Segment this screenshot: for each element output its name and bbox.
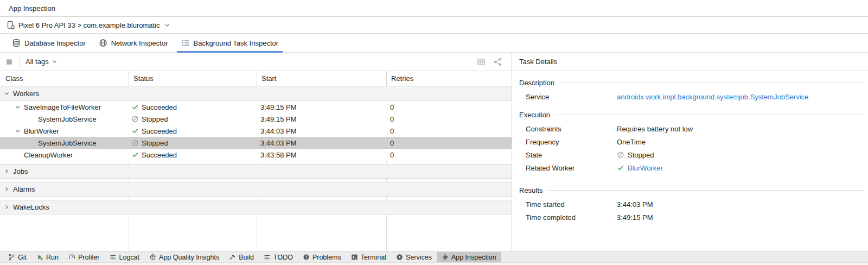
chevron-down-icon xyxy=(15,129,20,134)
column-header-retries[interactable]: Retries xyxy=(386,71,512,86)
worker-class: SystemJobService xyxy=(38,115,97,123)
status-text: Stopped xyxy=(142,115,168,123)
table-row-selected[interactable]: SystemJobService Stopped 3:44:03 PM 0 xyxy=(0,137,512,149)
database-icon xyxy=(12,39,21,47)
tool-window-titlebar: App Inspection xyxy=(0,0,868,17)
start-time: 3:44:03 PM xyxy=(257,139,386,147)
tab-label: Background Task Inspector xyxy=(194,39,279,47)
terminal-icon xyxy=(351,254,358,261)
column-header-start[interactable]: Start xyxy=(257,71,386,86)
succeeded-check-icon xyxy=(617,164,624,172)
detail-label: Elapsed time xyxy=(526,229,617,229)
toolbar-item-logcat[interactable]: Logcat xyxy=(105,252,145,262)
group-row-wakelocks[interactable]: WakeLocks xyxy=(0,200,512,214)
toolbar-item-todo[interactable]: TODO xyxy=(259,252,298,262)
stopped-slash-icon xyxy=(131,139,139,147)
services-play-icon xyxy=(396,254,403,261)
worker-class: SystemJobService xyxy=(38,139,97,147)
graph-view-icon[interactable] xyxy=(493,58,502,66)
column-header-status[interactable]: Status xyxy=(129,71,257,86)
section-rule xyxy=(548,190,864,191)
retries-count: 0 xyxy=(386,103,512,111)
group-row-alarms[interactable]: Alarms xyxy=(0,182,512,197)
device-icon xyxy=(7,21,15,29)
table-view-icon[interactable] xyxy=(477,58,486,66)
stopped-slash-icon xyxy=(131,115,139,123)
toolbar-item-terminal[interactable]: Terminal xyxy=(346,252,391,262)
toolbar-item-build[interactable]: Build xyxy=(224,252,259,262)
gem-icon xyxy=(149,254,156,261)
toolbar-item-run[interactable]: Run xyxy=(31,252,63,262)
task-details-header: Task Details xyxy=(512,53,868,71)
related-worker-link[interactable]: BlurWorker xyxy=(628,164,663,172)
hammer-icon xyxy=(229,254,236,261)
succeeded-check-icon xyxy=(131,127,139,135)
chevron-right-icon xyxy=(4,169,9,174)
all-tags-dropdown[interactable]: All tags xyxy=(25,58,57,66)
start-time: 3:49:15 PM xyxy=(257,115,386,123)
stop-inspector-icon[interactable] xyxy=(5,58,13,66)
succeeded-check-icon xyxy=(131,151,139,159)
toolbar-item-services[interactable]: Services xyxy=(391,252,437,262)
group-label: Jobs xyxy=(13,167,28,175)
group-row-jobs[interactable]: Jobs xyxy=(0,164,512,179)
table-row[interactable]: SystemJobService Stopped 3:49:15 PM 0 xyxy=(0,113,512,125)
toolbar-item-profiler[interactable]: Profiler xyxy=(63,252,105,262)
chevron-down-icon xyxy=(165,23,170,28)
table-rows-area: Workers SaveImageToFileWorker Succeeded … xyxy=(0,86,512,251)
detail-row-time-started: Time started 3:44:03 PM xyxy=(526,198,864,211)
start-time: 3:43:58 PM xyxy=(257,151,386,159)
run-icon xyxy=(36,254,43,261)
toolbar-item-problems[interactable]: Problems xyxy=(298,252,346,262)
table-header: Class Status Start Retries xyxy=(0,71,512,86)
detail-row-constraints: Constraints Requires battery not low xyxy=(526,122,864,135)
tab-background-task-inspector[interactable]: Background Task Inspector xyxy=(175,34,285,52)
globe-icon xyxy=(99,39,107,47)
detail-value: Stopped xyxy=(628,151,654,159)
process-selector-bar[interactable]: Pixel 6 Pro API 33 > com.example.bluroma… xyxy=(0,17,868,34)
task-details-title: Task Details xyxy=(519,58,557,66)
table-row[interactable]: CleanupWorker Succeeded 3:43:58 PM 0 xyxy=(0,149,512,161)
profiler-gauge-icon xyxy=(68,254,75,261)
status-strip xyxy=(0,262,868,265)
section-title: Results xyxy=(519,186,542,194)
status-text: Stopped xyxy=(142,139,168,147)
tool-window-bar: Git Run Profiler Logcat App Quality Insi… xyxy=(0,251,868,262)
toolbar-item-app-inspection[interactable]: App Inspection xyxy=(437,252,501,262)
group-row-workers[interactable]: Workers xyxy=(0,86,512,101)
toolbar-item-git[interactable]: Git xyxy=(3,252,31,262)
detail-label: State xyxy=(526,151,617,159)
worker-class: SaveImageToFileWorker xyxy=(24,103,101,111)
table-row[interactable]: SaveImageToFileWorker Succeeded 3:49:15 … xyxy=(0,101,512,113)
tab-database-inspector[interactable]: Database Inspector xyxy=(5,34,92,52)
stopped-slash-icon xyxy=(617,151,624,159)
detail-label: Time started xyxy=(526,200,617,209)
chevron-down-icon xyxy=(4,91,9,96)
detail-row-frequency: Frequency OneTime xyxy=(526,135,864,148)
task-list-icon xyxy=(181,39,190,47)
filter-label: All tags xyxy=(25,58,49,66)
git-branch-icon xyxy=(8,254,15,261)
chevron-down-icon xyxy=(15,105,20,110)
task-table-panel: All tags Class Status Start Retries Work… xyxy=(0,53,512,251)
section-rule xyxy=(556,115,864,115)
detail-value: OneTime xyxy=(617,138,646,146)
toolbar-item-app-quality-insights[interactable]: App Quality Insights xyxy=(144,252,224,262)
toolbar-separator xyxy=(20,57,20,67)
detail-value: 3:49:15 PM xyxy=(617,213,653,222)
retries-count: 0 xyxy=(386,115,512,123)
service-link[interactable]: androidx.work.impl.background.systemjob.… xyxy=(617,93,808,101)
todo-list-icon xyxy=(264,254,271,261)
retries-count: 0 xyxy=(386,139,512,147)
tab-network-inspector[interactable]: Network Inspector xyxy=(92,34,175,52)
column-header-class[interactable]: Class xyxy=(0,74,129,83)
detail-row-elapsed-clipped: Elapsed time 5m 11s 857ms xyxy=(519,224,864,229)
section-title: Execution xyxy=(519,111,550,119)
section-rule xyxy=(560,83,864,83)
worker-class: CleanupWorker xyxy=(24,151,73,159)
detail-label: Constraints xyxy=(526,125,617,133)
succeeded-check-icon xyxy=(131,103,139,111)
chevron-down-icon xyxy=(52,59,57,64)
detail-label: Time completed xyxy=(526,213,617,222)
table-row[interactable]: BlurWorker Succeeded 3:44:03 PM 0 xyxy=(0,125,512,137)
